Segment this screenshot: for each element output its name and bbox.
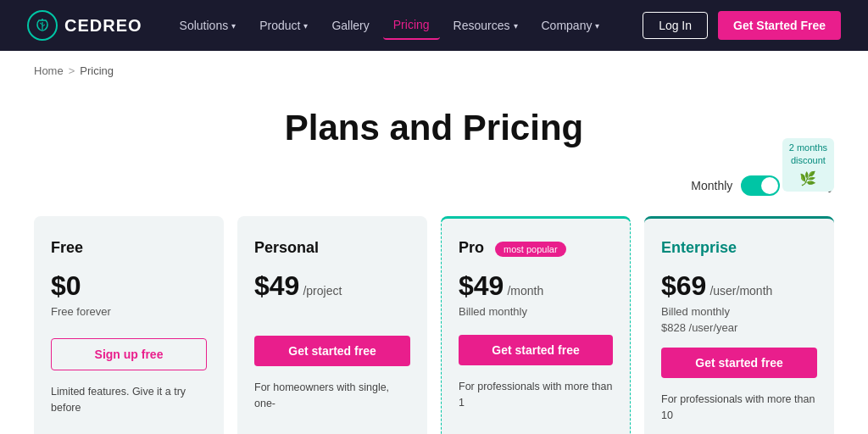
breadcrumb-current: Pricing [80, 64, 114, 77]
plan-card-enterprise: Enterprise $69 /user/month Billed monthl… [644, 216, 834, 434]
breadcrumb-separator: > [69, 64, 75, 77]
price-sub: Billed monthly [459, 305, 613, 318]
price-sub: Free forever [51, 305, 207, 318]
nav-resources[interactable]: Resources ▾ [443, 12, 528, 39]
discount-badge: 2 months discount 🌿 [782, 138, 834, 192]
price-row: $49 /month [459, 270, 613, 302]
price-amount: $49 [254, 270, 299, 302]
get-started-button[interactable]: Get Started Free [718, 11, 841, 40]
logo-icon [27, 10, 58, 41]
price-sub: Billed monthly [661, 305, 817, 318]
page-title: Plans and Pricing [34, 108, 834, 148]
price-unit: /project [303, 284, 342, 298]
plan-description: Limited features. Give it a try before [51, 384, 207, 416]
chevron-down-icon: ▾ [231, 21, 236, 31]
nav-gallery[interactable]: Gallery [321, 12, 379, 39]
chevron-down-icon: ▾ [514, 21, 518, 31]
plan-description: For homeowners with single, one- [254, 380, 410, 412]
nav-actions: Log In Get Started Free [643, 11, 841, 40]
plan-name: Free [51, 239, 207, 257]
popular-badge: most popular [495, 242, 566, 257]
plan-description: For professionals with more than 10 [661, 392, 817, 424]
nav-solutions[interactable]: Solutions ▾ [170, 12, 247, 39]
logo[interactable]: CEDREO [27, 10, 142, 41]
nav-pricing[interactable]: Pricing [383, 11, 440, 40]
main-content: Plans and Pricing 2 months discount 🌿 Mo… [0, 91, 868, 434]
nav-company[interactable]: Company ▾ [531, 12, 610, 39]
price-row: $49 /project [254, 270, 410, 302]
breadcrumb: Home > Pricing [0, 51, 868, 91]
plan-description: For professionals with more than 1 [459, 379, 613, 411]
price-unit: /user/month [709, 284, 772, 298]
billing-monthly-label: Monthly [691, 179, 732, 192]
billing-toggle: 2 months discount 🌿 Monthly Annually [34, 175, 834, 196]
plan-name: Personal [254, 239, 410, 257]
price-amount: $0 [51, 270, 81, 302]
chevron-down-icon: ▾ [595, 21, 599, 31]
brand-name: CEDREO [64, 16, 142, 36]
price-sub2: $828 /user/year [661, 321, 817, 334]
nav-product[interactable]: Product ▾ [249, 12, 318, 39]
plan-card-free: Free $0 Free forever Sign up free Limite… [34, 216, 224, 434]
price-amount: $69 [661, 270, 706, 302]
nav-links: Solutions ▾ Product ▾ Gallery Pricing Re… [170, 11, 616, 40]
plan-card-personal: Personal $49 /project Get started free F… [237, 216, 427, 434]
plan-card-pro: Pro most popular $49 /month Billed month… [441, 216, 631, 434]
pricing-grid: Free $0 Free forever Sign up free Limite… [34, 216, 834, 434]
login-button[interactable]: Log In [643, 12, 708, 39]
billing-toggle-switch[interactable] [741, 175, 780, 196]
chevron-down-icon: ▾ [303, 21, 308, 31]
price-unit: /month [507, 284, 543, 298]
personal-cta-button[interactable]: Get started free [254, 336, 410, 366]
discount-icon: 🌿 [789, 170, 827, 188]
free-cta-button[interactable]: Sign up free [51, 338, 207, 370]
enterprise-cta-button[interactable]: Get started free [661, 348, 817, 378]
navbar: CEDREO Solutions ▾ Product ▾ Gallery Pri… [0, 0, 868, 51]
price-row: $69 /user/month [661, 270, 817, 302]
toggle-thumb [761, 177, 778, 194]
breadcrumb-home[interactable]: Home [34, 64, 64, 77]
plan-name: Enterprise [661, 239, 817, 257]
pro-cta-button[interactable]: Get started free [459, 335, 613, 365]
price-amount: $49 [459, 270, 504, 302]
plan-name: Pro most popular [459, 239, 613, 257]
price-row: $0 [51, 270, 207, 302]
